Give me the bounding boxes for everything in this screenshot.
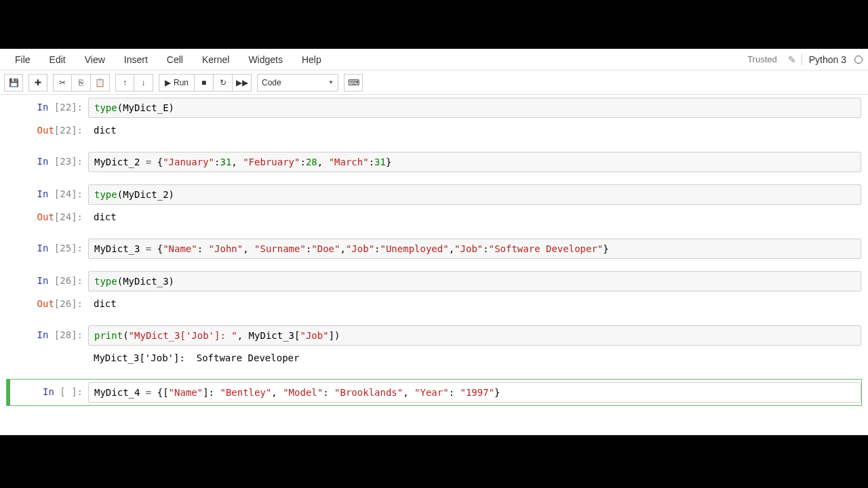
kernel-status-icon [854, 56, 863, 64]
output-text: dict [88, 121, 861, 140]
jupyter-notebook: File Edit View Insert Cell Kernel Widget… [0, 49, 868, 435]
kernel-name[interactable]: Python 3 [802, 54, 846, 65]
output-cell: Out[24]: dict [7, 207, 861, 226]
keyboard-icon: ⌨ [348, 78, 359, 87]
code-cell[interactable]: In [23]: MyDict_2 = {"January":31, "Febr… [7, 152, 861, 172]
restart-icon: ↻ [220, 78, 226, 87]
menubar: File Edit View Insert Cell Kernel Widget… [0, 49, 868, 70]
code-cell-selected[interactable]: In [ ]: MyDict_4 = {["Name"]: "Bentley",… [7, 380, 861, 405]
code-input[interactable]: type(MyDict_3) [88, 271, 861, 291]
menu-widgets[interactable]: Widgets [239, 52, 292, 68]
code-cell[interactable]: In [28]: print("MyDict_3['Job']: ", MyDi… [7, 325, 861, 346]
menu-kernel[interactable]: Kernel [193, 52, 239, 68]
cut-icon: ✂ [59, 78, 66, 87]
output-text: dict [88, 207, 861, 226]
menu-insert[interactable]: Insert [115, 52, 157, 68]
menu-file[interactable]: File [5, 52, 40, 68]
menu-right: Trusted ✎ Python 3 [742, 53, 863, 66]
code-cell[interactable]: In [24]: type(MyDict_2) [7, 184, 861, 205]
menu-left: File Edit View Insert Cell Kernel Widget… [5, 52, 331, 68]
celltype-label: Code [262, 78, 281, 87]
out-prompt [7, 348, 88, 367]
output-cell: Out[22]: dict [7, 121, 861, 140]
toolbar: 💾 ✚ ✂ ⎘ 📋 ↑ ↓ ▶Run ■ ↻ ▶▶ Code ⌨ [0, 70, 868, 95]
output-cell: Out[26]: dict [7, 294, 861, 313]
out-prompt: Out[22]: [7, 121, 88, 140]
run-label: Run [174, 78, 189, 87]
pencil-icon[interactable]: ✎ [788, 54, 796, 65]
insert-cell-below-button[interactable]: ✚ [28, 74, 47, 92]
run-button[interactable]: ▶Run [159, 74, 195, 92]
trusted-indicator[interactable]: Trusted [742, 53, 783, 66]
in-prompt: In [23]: [7, 152, 88, 172]
out-prompt: Out[26]: [7, 294, 88, 313]
play-icon: ▶ [165, 78, 171, 87]
notebook-area[interactable]: In [22]: type(MyDict_E) Out[22]: dict In… [0, 95, 868, 422]
arrow-down-icon: ↓ [142, 78, 146, 87]
in-prompt: In [24]: [7, 184, 88, 205]
menu-cell[interactable]: Cell [157, 52, 193, 68]
menu-view[interactable]: View [75, 52, 115, 68]
in-prompt: In [25]: [7, 239, 88, 259]
in-prompt: In [ ]: [7, 382, 88, 403]
save-icon: 💾 [9, 78, 19, 87]
paste-icon: 📋 [95, 78, 105, 87]
code-input[interactable]: MyDict_3 = {"Name": "John", "Surname":"D… [88, 239, 861, 259]
letterbox-top [0, 0, 868, 49]
celltype-select[interactable]: Code [257, 74, 338, 92]
paste-button[interactable]: 📋 [91, 74, 110, 92]
move-down-button[interactable]: ↓ [134, 74, 153, 92]
move-up-button[interactable]: ↑ [115, 74, 134, 92]
in-prompt: In [28]: [7, 325, 88, 346]
plus-icon: ✚ [35, 78, 41, 87]
restart-button[interactable]: ↻ [214, 74, 233, 92]
copy-button[interactable]: ⎘ [72, 74, 91, 92]
code-input[interactable]: type(MyDict_2) [88, 184, 861, 205]
menu-edit[interactable]: Edit [40, 52, 75, 68]
code-cell[interactable]: In [26]: type(MyDict_3) [7, 271, 861, 291]
out-prompt: Out[24]: [7, 207, 88, 226]
arrow-up-icon: ↑ [123, 78, 127, 87]
output-cell: MyDict_3['Job']: Software Developer [7, 348, 861, 367]
code-input[interactable]: MyDict_4 = {["Name"]: "Bentley", "Model"… [88, 382, 861, 403]
copy-icon: ⎘ [79, 78, 83, 87]
in-prompt: In [26]: [7, 271, 88, 291]
code-input[interactable]: print("MyDict_3['Job']: ", MyDict_3["Job… [88, 325, 861, 346]
save-button[interactable]: 💾 [4, 74, 23, 92]
letterbox-bottom [0, 435, 868, 488]
code-input[interactable]: MyDict_2 = {"January":31, "February":28,… [88, 152, 861, 172]
in-prompt: In [22]: [7, 98, 88, 118]
stop-icon: ■ [201, 78, 206, 87]
command-palette-button[interactable]: ⌨ [344, 74, 363, 92]
output-text: MyDict_3['Job']: Software Developer [88, 348, 861, 367]
cut-button[interactable]: ✂ [53, 74, 72, 92]
output-text: dict [88, 294, 861, 313]
menu-help[interactable]: Help [292, 52, 331, 68]
code-input[interactable]: type(MyDict_E) [88, 98, 861, 118]
restart-run-all-button[interactable]: ▶▶ [233, 74, 252, 92]
interrupt-button[interactable]: ■ [195, 74, 214, 92]
fast-forward-icon: ▶▶ [236, 78, 248, 87]
code-cell[interactable]: In [25]: MyDict_3 = {"Name": "John", "Su… [7, 239, 861, 259]
code-cell[interactable]: In [22]: type(MyDict_E) [7, 98, 861, 118]
